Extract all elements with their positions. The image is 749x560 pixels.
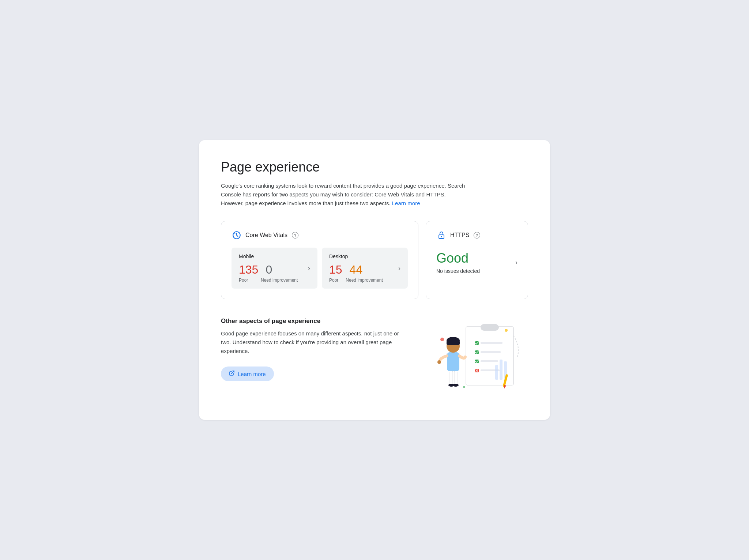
cwv-title: Core Web Vitals	[245, 232, 287, 238]
cwv-help-icon[interactable]: ?	[292, 232, 298, 238]
svg-point-31	[440, 338, 444, 341]
https-status-text: Good	[436, 251, 480, 266]
cwv-desktop-sublabels: Poor Need improvement	[329, 278, 395, 283]
main-card: Page experience Google's core ranking sy…	[199, 140, 550, 420]
https-card: HTTPS ? Good No issues detected ›	[426, 221, 528, 299]
other-aspects-desc: Good page experience focuses on many dif…	[221, 329, 404, 356]
https-chevron: ›	[515, 259, 517, 266]
cwv-metrics: Mobile 135 0 Poor Need improvement ›	[232, 248, 408, 289]
svg-rect-30	[447, 341, 460, 345]
svg-rect-22	[450, 371, 453, 385]
cwv-mobile-chevron: ›	[308, 264, 310, 272]
cwv-mobile-ni-count: 0	[266, 264, 272, 275]
svg-rect-5	[481, 324, 499, 331]
https-status-row[interactable]: Good No issues detected ›	[436, 248, 517, 277]
svg-rect-7	[481, 342, 503, 344]
cwv-desktop-ni-label: Need improvement	[346, 278, 383, 283]
https-title: HTTPS	[450, 232, 469, 238]
cwv-mobile-poor-count: 135	[239, 264, 258, 275]
cwv-mobile-sublabels: Poor Need improvement	[239, 278, 305, 283]
page-title: Page experience	[221, 159, 528, 175]
other-aspects-heading: Other aspects of page experience	[221, 317, 418, 325]
cwv-desktop-ni-count: 44	[350, 264, 363, 275]
cwv-desktop-label: Desktop	[329, 253, 395, 259]
svg-line-3	[232, 371, 234, 373]
https-card-header: HTTPS ?	[436, 230, 517, 240]
cwv-icon	[232, 230, 242, 240]
cwv-desktop-chevron: ›	[398, 264, 400, 272]
svg-rect-9	[481, 351, 501, 353]
cwv-mobile-poor-label: Poor	[239, 278, 253, 283]
cwv-mobile-box[interactable]: Mobile 135 0 Poor Need improvement ›	[232, 248, 317, 289]
https-status-info: Good No issues detected	[436, 251, 480, 274]
cards-row: Core Web Vitals ? Mobile 135 0 Poor Need	[221, 221, 528, 299]
cwv-desktop-poor-count: 15	[329, 264, 342, 275]
cwv-desktop-box[interactable]: Desktop 15 44 Poor Need improvement ›	[322, 248, 408, 289]
cwv-desktop-numbers: 15 44	[329, 264, 395, 275]
svg-point-27	[437, 360, 441, 364]
learn-more-inline-link[interactable]: Learn more	[392, 200, 420, 206]
cwv-mobile-content: Mobile 135 0 Poor Need improvement	[239, 253, 305, 283]
cwv-mobile-numbers: 135 0	[239, 264, 305, 275]
page-experience-illustration	[433, 317, 528, 398]
cwv-mobile-ni-label: Need improvement	[261, 278, 298, 283]
cwv-desktop-content: Desktop 15 44 Poor Need improvement	[329, 253, 395, 283]
learn-more-button[interactable]: Learn more	[221, 367, 274, 381]
core-web-vitals-card: Core Web Vitals ? Mobile 135 0 Poor Need	[221, 221, 418, 299]
svg-rect-23	[454, 371, 457, 385]
other-aspects-text: Other aspects of page experience Good pa…	[221, 317, 418, 381]
https-sub-label: No issues detected	[436, 268, 480, 274]
https-help-icon[interactable]: ?	[474, 232, 480, 238]
svg-rect-16	[495, 365, 498, 380]
svg-rect-11	[481, 360, 498, 362]
svg-rect-26	[447, 352, 459, 371]
cwv-desktop-poor-label: Poor	[329, 278, 338, 283]
other-aspects-section: Other aspects of page experience Good pa…	[221, 317, 528, 398]
svg-point-33	[463, 386, 465, 388]
svg-point-25	[453, 384, 459, 387]
svg-point-2	[441, 236, 442, 237]
cwv-card-header: Core Web Vitals ?	[232, 230, 408, 240]
svg-rect-17	[500, 360, 503, 380]
cwv-mobile-label: Mobile	[239, 253, 305, 259]
svg-point-32	[505, 329, 508, 332]
learn-more-label: Learn more	[238, 371, 266, 377]
external-link-icon	[229, 370, 235, 377]
page-description: Google's core ranking systems look to re…	[221, 181, 470, 208]
https-icon	[436, 230, 447, 240]
